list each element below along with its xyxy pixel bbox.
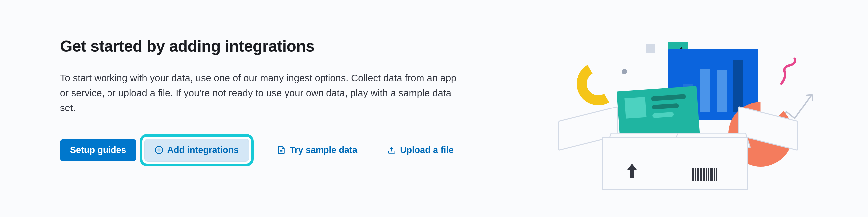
decorative-square-icon	[646, 43, 655, 53]
decorative-dot-icon	[622, 69, 627, 74]
setup-guides-button[interactable]: Setup guides	[60, 139, 136, 161]
this-way-up-icon	[626, 164, 638, 181]
upload-icon	[388, 146, 396, 154]
try-sample-data-label: Try sample data	[289, 145, 358, 155]
content-column: Get started by adding integrations To st…	[60, 37, 463, 166]
barcode-icon	[692, 168, 717, 181]
squiggle-icon	[778, 57, 805, 88]
add-integrations-highlight: Add integrations	[140, 134, 254, 166]
panel-heading: Get started by adding integrations	[60, 37, 463, 55]
document-icon	[277, 146, 285, 154]
panel-description: To start working with your data, use one…	[60, 70, 463, 116]
action-button-row: Setup guides Add integrations	[60, 134, 463, 166]
open-box-icon	[568, 123, 788, 190]
try-sample-data-button[interactable]: Try sample data	[270, 139, 364, 161]
donut-chart-icon	[572, 57, 625, 110]
decorative-illustration	[552, 24, 811, 190]
add-integrations-button[interactable]: Add integrations	[145, 139, 249, 162]
upload-file-label: Upload a file	[400, 145, 454, 155]
get-started-panel: Get started by adding integrations To st…	[60, 0, 808, 193]
plus-circle-icon	[155, 146, 163, 154]
add-integrations-label: Add integrations	[167, 145, 239, 155]
upload-file-button[interactable]: Upload a file	[381, 139, 460, 161]
svg-marker-6	[627, 164, 637, 178]
setup-guides-label: Setup guides	[70, 145, 126, 155]
